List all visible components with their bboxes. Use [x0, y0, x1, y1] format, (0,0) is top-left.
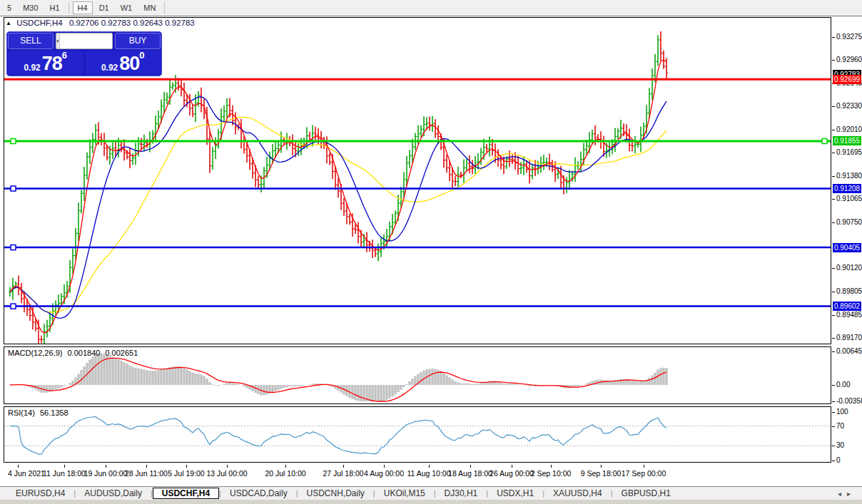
time-axis-label: 4 Jun 2021: [8, 469, 45, 478]
axis-tick: [832, 401, 835, 402]
buy-price-prefix: 0.92: [101, 63, 118, 73]
chart-title-ohlc: 0.92706 0.92783 0.92643 0.92783: [69, 19, 195, 27]
macd-tick-label: 0.00: [836, 381, 850, 389]
line-handle[interactable]: [11, 138, 16, 143]
price-tick-label: 0.92010: [836, 125, 862, 134]
buy-price-pip: 0: [139, 52, 144, 59]
rsi-line: [10, 417, 666, 455]
rsi-tick-label: 70: [836, 422, 844, 431]
line-handle[interactable]: [822, 138, 827, 143]
time-axis-tick: [343, 465, 344, 468]
price-tick-label: 0.89485: [836, 311, 862, 319]
toolbar-separator: [69, 2, 69, 14]
time-axis-label: 4 Aug 00:00: [364, 469, 404, 478]
time-axis[interactable]: 4 Jun 202111 Jun 18:0019 Jun 00:0028 Jun…: [4, 465, 831, 486]
price-tick-label: 0.89805: [836, 287, 862, 296]
price-tick-label: 0.92960: [836, 56, 862, 64]
axis-tick: [832, 199, 835, 200]
time-axis-tick: [285, 465, 286, 468]
time-axis-label: 9 Sep 18:00: [581, 469, 622, 478]
time-axis-tick: [227, 465, 228, 468]
time-axis-tick: [64, 465, 65, 468]
tab-scroll-arrows[interactable]: ◂▸: [838, 490, 856, 498]
axis-tick: [832, 426, 835, 427]
time-axis-label: 18 Aug 18:00: [448, 469, 492, 478]
line-handle[interactable]: [11, 245, 16, 250]
chart-tab-bar: EURUSD,H4|AUDUSD,Daily|USDCHF,H4|USDCAD,…: [0, 486, 862, 500]
hline-price-tag: 0.92699: [833, 75, 861, 84]
one-click-trade-panel: SELL ▾ ▴ BUY 0.92 78 6 0.92 80 0: [6, 31, 162, 76]
chart-tab-audusd[interactable]: AUDUSD,Daily: [76, 488, 151, 499]
time-axis-tick: [18, 465, 19, 468]
time-axis-tick: [106, 465, 106, 468]
volume-stepper: ▾ ▴: [56, 33, 113, 49]
axis-tick: [832, 268, 835, 269]
rsi-value: 56.1358: [40, 408, 69, 417]
price-axis[interactable]: 0.932750.929600.926450.923300.920100.916…: [832, 16, 862, 487]
sell-price-big: 78: [42, 55, 62, 73]
axis-tick: [832, 222, 835, 223]
axis-tick: [832, 60, 835, 61]
chart-tab-ukoil[interactable]: UKOil,M15: [375, 488, 434, 499]
timeframe-button-mn[interactable]: MN: [138, 1, 161, 14]
sell-price-display[interactable]: 0.92 78 6: [8, 51, 83, 75]
chart-title-symbol: USDCHF,H4: [16, 19, 63, 27]
price-tick-label: 0.93275: [836, 33, 862, 41]
rsi-tick-label: 100: [836, 408, 848, 416]
timeframe-button-h1[interactable]: H1: [45, 1, 65, 14]
chart-tab-eurusd[interactable]: EURUSD,H4: [7, 488, 73, 499]
timeframe-toolbar: 5M30H1H4D1W1MN: [0, 0, 862, 16]
sell-button[interactable]: SELL: [8, 33, 54, 49]
timeframe-button-w1[interactable]: W1: [116, 1, 138, 14]
axis-tick: [832, 106, 835, 107]
axis-tick: [832, 351, 835, 352]
time-axis-tick: [470, 465, 471, 468]
buy-button[interactable]: BUY: [115, 33, 161, 49]
macd-indicator-panel[interactable]: MACD(12,26,9) 0.001840 0.002651: [4, 346, 831, 404]
time-axis-label: 13 Jul 00:00: [206, 469, 247, 478]
rsi-indicator-panel[interactable]: RSI(14) 56.1358: [4, 406, 831, 463]
hline-price-tag: 0.90405: [833, 243, 861, 252]
volume-input[interactable]: [59, 34, 113, 48]
macd-value-main: 0.001840: [67, 349, 100, 357]
price-tick-label: 0.90120: [836, 264, 862, 272]
time-axis-tick: [146, 465, 147, 468]
chart-tab-gbpusd[interactable]: GBPUSD,H1: [613, 488, 679, 499]
time-axis-tick: [601, 465, 602, 468]
timeframe-button-m30[interactable]: M30: [18, 1, 43, 14]
chart-tab-usdchf[interactable]: USDCHF,H4: [153, 488, 219, 499]
timeframe-button-d1[interactable]: D1: [94, 1, 114, 14]
line-handle[interactable]: [11, 186, 16, 191]
axis-tick: [832, 37, 835, 38]
chart-tab-usdcad[interactable]: USDCAD,Daily: [221, 488, 296, 499]
buy-price-display[interactable]: 0.92 80 0: [86, 51, 161, 75]
sell-price-prefix: 0.92: [24, 63, 40, 73]
time-axis-tick: [384, 465, 385, 468]
macd-value-signal: 0.002651: [105, 349, 138, 357]
hline-price-tag: 0.91208: [833, 184, 861, 193]
moving-average-line: [10, 117, 666, 312]
line-handle[interactable]: [11, 304, 16, 309]
toolbar-separator: [164, 2, 165, 14]
collapse-triangle-icon[interactable]: ▲: [6, 20, 11, 26]
chart-window: ▲ USDCHF,H4 0.92706 0.92783 0.92643 0.92…: [0, 16, 862, 486]
axis-tick: [832, 153, 835, 153]
time-axis-label: 20 Jul 10:00: [265, 469, 305, 478]
rsi-plot[interactable]: [4, 407, 831, 462]
timeframe-button-h4[interactable]: H4: [73, 1, 93, 14]
time-axis-label: 17 Sep 00:00: [622, 469, 666, 478]
chart-tab-usdx[interactable]: USDX,H1: [488, 488, 542, 499]
time-axis-label: 19 Jun 00:00: [84, 469, 128, 478]
macd-tick-label: 0.006451: [836, 347, 862, 356]
time-axis-label: 11 Jun 18:00: [43, 469, 86, 478]
axis-tick: [832, 176, 835, 177]
chart-tab-xauusd[interactable]: XAUUSD,H4: [544, 488, 611, 499]
rsi-tick-label: 0: [836, 456, 841, 465]
chart-tab-usdcnh[interactable]: USDCNH,Daily: [298, 488, 373, 499]
axis-tick: [832, 385, 835, 386]
axis-tick: [832, 130, 835, 130]
time-axis-label: 28 Jun 11:00: [125, 469, 168, 478]
timeframe-button-5[interactable]: 5: [2, 1, 16, 14]
axis-tick: [832, 412, 835, 413]
chart-tab-dj30[interactable]: DJ30,H1: [436, 488, 487, 499]
